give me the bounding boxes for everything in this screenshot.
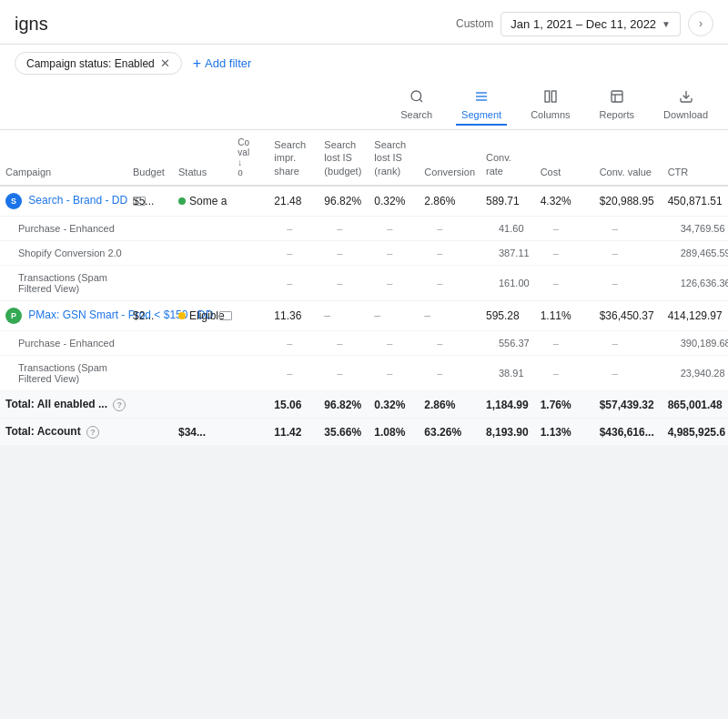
total-account-label-cell: Total: Account ? (0, 419, 173, 446)
close-icon[interactable]: ✕ (160, 56, 170, 70)
add-filter-button[interactable]: + Add filter (193, 56, 252, 72)
filter-label: Campaign status: Enabled (26, 57, 155, 70)
total-all-enabled-row: Total: All enabled ... ? 15.06 96.82% 0.… (0, 391, 728, 419)
th-conv-rate[interactable]: Conv.rate (480, 130, 535, 186)
nav-next-arrow[interactable]: › (688, 11, 713, 36)
download-icon (679, 89, 693, 107)
coval-cell (232, 186, 268, 217)
status-indicator (178, 312, 186, 319)
sub-campaign-cell: Transactions (SpamFiltered View) (0, 356, 127, 391)
filters-row: Campaign status: Enabled ✕ + Add filter (0, 45, 728, 82)
conversion-cell: – (419, 301, 480, 331)
table-row: Purchase - Enhanced – – – – 556.37 – – 3… (0, 331, 728, 356)
svg-line-1 (420, 99, 422, 102)
conversion-cell: 2.86% (419, 186, 480, 217)
table-row: P PMax: GSN Smart - Prod < $150 - DD $2.… (0, 301, 728, 331)
page-wrapper: igns Custom Jan 1, 2021 – Dec 11, 2022 ▼… (0, 0, 728, 728)
cost-pct-cell: 1.11% (535, 301, 594, 331)
toolbar-columns[interactable]: Columns (525, 86, 575, 126)
sub-campaign-cell: Shopify Conversion 2.0 (0, 241, 127, 266)
date-range-text: Jan 1, 2021 – Dec 11, 2022 (511, 17, 656, 31)
conv-value-cell: 450,871.51 (662, 186, 728, 217)
th-campaign[interactable]: Campaign (0, 130, 127, 186)
sub-campaign-cell: Purchase - Enhanced (0, 217, 127, 241)
campaign-name-link[interactable]: Search - Brand - DD (28, 194, 127, 207)
th-search-lost-budget[interactable]: Searchlost IS(budget) (318, 130, 369, 186)
date-range-button[interactable]: Jan 1, 2021 – Dec 11, 2022 ▼ (500, 12, 681, 36)
toolbar-columns-label: Columns (531, 109, 570, 120)
budget-lost-cell: 96.82% (318, 186, 369, 217)
table-row: Transactions (SpamFiltered View) – – – –… (0, 356, 728, 391)
campaign-status-filter[interactable]: Campaign status: Enabled ✕ (15, 52, 182, 75)
th-status[interactable]: Status (173, 130, 232, 186)
rank-lost-cell: 0.32% (369, 186, 419, 217)
th-conv-value[interactable]: Conv. value (594, 130, 662, 186)
segment-icon (474, 89, 489, 107)
svg-rect-5 (545, 91, 550, 102)
rank-lost-cell: – (369, 301, 419, 331)
bottom-area (0, 446, 728, 719)
search-icon (410, 89, 424, 107)
search-share-cell: 21.48 (268, 186, 318, 217)
pmax-campaign-icon: P (5, 308, 22, 324)
total-account-row: Total: Account ? $34... 11.42 35.66% 1.0… (0, 419, 728, 446)
search-share-cell: 11.36 (268, 301, 318, 331)
cost-pct-cell: 4.32% (535, 186, 594, 217)
toolbar-search-label: Search (400, 109, 432, 120)
table-header-row: Campaign Budget Status Co val ↓ o Search… (0, 130, 728, 186)
conv-value-cell: 414,129.97 (662, 301, 728, 331)
th-coval[interactable]: Co val ↓ o (232, 130, 268, 186)
sub-campaign-cell: Purchase - Enhanced (0, 331, 127, 356)
svg-point-0 (411, 91, 421, 101)
th-search-impr-share[interactable]: Searchimpr.share (268, 130, 318, 186)
toolbar-segment[interactable]: Segment (456, 86, 507, 126)
reports-icon (610, 89, 624, 107)
svg-rect-7 (612, 91, 622, 102)
cost-cell: $20,988.95 (594, 186, 662, 217)
campaign-cell: S Search - Brand - DD (0, 186, 127, 217)
status-cell: Some a (173, 186, 232, 217)
coval-cell (232, 301, 268, 331)
campaigns-table: Campaign Budget Status Co val ↓ o Search… (0, 130, 728, 446)
conv-rate-cell: 589.71 (480, 186, 535, 217)
help-icon[interactable]: ? (86, 426, 99, 439)
th-cost[interactable]: Cost (535, 130, 594, 186)
mail-icon (133, 197, 146, 206)
table-row: S Search - Brand - DD $5... Some a 21.48… (0, 186, 728, 217)
search-campaign-icon: S (5, 193, 22, 209)
date-picker: Custom Jan 1, 2021 – Dec 11, 2022 ▼ › (456, 11, 713, 36)
columns-icon (543, 89, 558, 107)
toolbar-download[interactable]: Download (658, 86, 713, 126)
custom-label: Custom (456, 17, 493, 30)
table-row: Purchase - Enhanced – – – – 41.60 – – 34… (0, 217, 728, 241)
plus-icon: + (193, 56, 201, 72)
page-title: igns (15, 14, 48, 35)
table-row: Transactions (SpamFiltered View) – – – –… (0, 266, 728, 301)
svg-rect-6 (551, 91, 556, 102)
sub-campaign-cell: Transactions (SpamFiltered View) (0, 266, 127, 301)
th-search-lost-rank[interactable]: Searchlost IS(rank) (369, 130, 419, 186)
toolbar-reports[interactable]: Reports (594, 86, 641, 126)
campaigns-table-container: Campaign Budget Status Co val ↓ o Search… (0, 130, 728, 446)
toolbar-reports-label: Reports (600, 109, 635, 120)
total-label-cell: Total: All enabled ... ? (0, 391, 232, 419)
chevron-down-icon: ▼ (662, 19, 671, 29)
budget-lost-cell: – (318, 301, 369, 331)
th-ctr[interactable]: CTR (662, 130, 728, 186)
th-budget[interactable]: Budget (127, 130, 173, 186)
cost-cell: $36,450.37 (594, 301, 662, 331)
toolbar: Search Segment Columns Reports Download (0, 82, 728, 130)
toolbar-search[interactable]: Search (395, 86, 438, 126)
help-icon[interactable]: ? (113, 399, 126, 411)
add-filter-label: Add filter (205, 56, 251, 70)
th-conversion[interactable]: Conversion (419, 130, 480, 186)
top-bar: igns Custom Jan 1, 2021 – Dec 11, 2022 ▼… (0, 0, 728, 45)
table-row: Shopify Conversion 2.0 – – – – 387.11 – … (0, 241, 728, 266)
mail-icon (219, 311, 232, 320)
status-indicator (178, 197, 186, 205)
conv-rate-cell: 595.28 (480, 301, 535, 331)
toolbar-segment-label: Segment (461, 109, 501, 120)
toolbar-download-label: Download (663, 109, 708, 120)
campaign-cell: P PMax: GSN Smart - Prod < $150 - DD (0, 301, 127, 331)
